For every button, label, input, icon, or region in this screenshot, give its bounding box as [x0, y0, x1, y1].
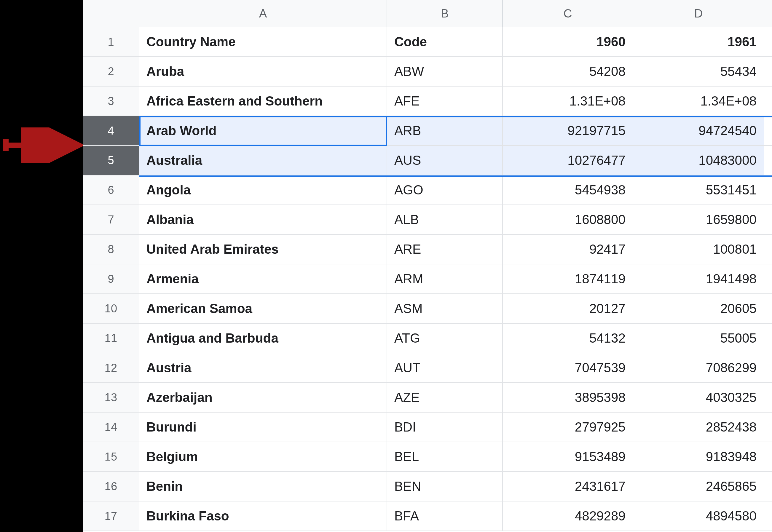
- cell-C[interactable]: 92197715: [503, 116, 633, 145]
- cell-D[interactable]: 4030325: [633, 383, 764, 412]
- table-row[interactable]: 5AustraliaAUS1027647710483000: [83, 146, 772, 175]
- cell-A[interactable]: Azerbaijan: [139, 383, 387, 412]
- row-header[interactable]: 16: [83, 472, 139, 501]
- row-header[interactable]: 3: [83, 87, 139, 116]
- table-row[interactable]: 6AngolaAGO54549385531451: [83, 175, 772, 205]
- cell-B[interactable]: BDI: [387, 413, 503, 442]
- row-header[interactable]: 15: [83, 442, 139, 471]
- cell-D[interactable]: 1961: [633, 27, 764, 56]
- cell-D[interactable]: 1.34E+08: [633, 87, 764, 116]
- table-row[interactable]: 7AlbaniaALB16088001659800: [83, 205, 772, 235]
- cell-A[interactable]: Arab World: [139, 116, 387, 145]
- row-header[interactable]: 8: [83, 235, 139, 264]
- cell-C[interactable]: 1960: [503, 27, 633, 56]
- cell-B[interactable]: ARE: [387, 235, 503, 264]
- table-row[interactable]: 16BeninBEN24316172465865: [83, 472, 772, 501]
- cell-A[interactable]: Antigua and Barbuda: [139, 324, 387, 353]
- cell-C[interactable]: 20127: [503, 294, 633, 323]
- cell-B[interactable]: AZE: [387, 383, 503, 412]
- table-row[interactable]: 8United Arab EmiratesARE92417100801: [83, 235, 772, 264]
- table-row[interactable]: 15BelgiumBEL91534899183948: [83, 442, 772, 472]
- cell-A[interactable]: Africa Eastern and Southern: [139, 87, 387, 116]
- row-header[interactable]: 13: [83, 383, 139, 412]
- table-row[interactable]: 17Burkina FasoBFA48292894894580: [83, 501, 772, 531]
- cell-A[interactable]: Austria: [139, 353, 387, 382]
- cell-A[interactable]: Australia: [139, 146, 387, 175]
- cell-A[interactable]: Burkina Faso: [139, 501, 387, 531]
- table-row[interactable]: 11Antigua and BarbudaATG5413255005: [83, 324, 772, 353]
- cell-C[interactable]: 2431617: [503, 472, 633, 501]
- cell-A[interactable]: American Samoa: [139, 294, 387, 323]
- cell-C[interactable]: 4829289: [503, 501, 633, 531]
- cell-D[interactable]: 55434: [633, 57, 764, 86]
- cell-C[interactable]: 3895398: [503, 383, 633, 412]
- cell-B[interactable]: ALB: [387, 205, 503, 234]
- cell-C[interactable]: 54132: [503, 324, 633, 353]
- row-header[interactable]: 9: [83, 264, 139, 293]
- row-header[interactable]: 5: [83, 146, 139, 175]
- cell-D[interactable]: 7086299: [633, 353, 764, 382]
- cell-C[interactable]: 5454938: [503, 175, 633, 205]
- cell-A[interactable]: Aruba: [139, 57, 387, 86]
- row-header[interactable]: 2: [83, 57, 139, 86]
- table-row[interactable]: 3Africa Eastern and SouthernAFE1.31E+081…: [83, 87, 772, 116]
- row-header[interactable]: 14: [83, 413, 139, 442]
- cell-C[interactable]: 9153489: [503, 442, 633, 471]
- row-header[interactable]: 10: [83, 294, 139, 323]
- cell-D[interactable]: 94724540: [633, 116, 764, 145]
- table-row[interactable]: 13AzerbaijanAZE38953984030325: [83, 383, 772, 413]
- cell-D[interactable]: 1659800: [633, 205, 764, 234]
- row-header[interactable]: 11: [83, 324, 139, 353]
- cell-D[interactable]: 100801: [633, 235, 764, 264]
- cell-C[interactable]: 54208: [503, 57, 633, 86]
- column-header-C[interactable]: C: [503, 0, 633, 27]
- cell-B[interactable]: ASM: [387, 294, 503, 323]
- cell-B[interactable]: AGO: [387, 175, 503, 205]
- cell-D[interactable]: 9183948: [633, 442, 764, 471]
- cell-B[interactable]: BEL: [387, 442, 503, 471]
- table-row[interactable]: 10American SamoaASM2012720605: [83, 294, 772, 324]
- cell-A[interactable]: Albania: [139, 205, 387, 234]
- cell-B[interactable]: Code: [387, 27, 503, 56]
- table-row[interactable]: 1Country NameCode19601961: [83, 27, 772, 57]
- cell-D[interactable]: 5531451: [633, 175, 764, 205]
- cell-B[interactable]: ARM: [387, 264, 503, 293]
- column-header-A[interactable]: A: [139, 0, 387, 27]
- cell-C[interactable]: 92417: [503, 235, 633, 264]
- cell-D[interactable]: 10483000: [633, 146, 764, 175]
- table-row[interactable]: 4Arab WorldARB9219771594724540: [83, 116, 772, 146]
- cell-A[interactable]: Benin: [139, 472, 387, 501]
- row-header[interactable]: 7: [83, 205, 139, 234]
- cell-C[interactable]: 7047539: [503, 353, 633, 382]
- cell-A[interactable]: Armenia: [139, 264, 387, 293]
- column-header-D[interactable]: D: [633, 0, 764, 27]
- row-header[interactable]: 12: [83, 353, 139, 382]
- row-header[interactable]: 1: [83, 27, 139, 56]
- cell-B[interactable]: BFA: [387, 501, 503, 531]
- cell-D[interactable]: 2852438: [633, 413, 764, 442]
- cell-B[interactable]: ABW: [387, 57, 503, 86]
- cell-A[interactable]: Angola: [139, 175, 387, 205]
- cell-A[interactable]: Burundi: [139, 413, 387, 442]
- cell-D[interactable]: 1941498: [633, 264, 764, 293]
- cell-B[interactable]: ARB: [387, 116, 503, 145]
- table-row[interactable]: 9ArmeniaARM18741191941498: [83, 264, 772, 294]
- row-header[interactable]: 6: [83, 175, 139, 205]
- cell-C[interactable]: 1.31E+08: [503, 87, 633, 116]
- table-row[interactable]: 12AustriaAUT70475397086299: [83, 353, 772, 383]
- row-header[interactable]: 4: [83, 116, 139, 145]
- cell-B[interactable]: AUT: [387, 353, 503, 382]
- cell-B[interactable]: AFE: [387, 87, 503, 116]
- spreadsheet[interactable]: A B C D 1Country NameCode196019612ArubaA…: [83, 0, 772, 532]
- cell-D[interactable]: 4894580: [633, 501, 764, 531]
- cell-C[interactable]: 1608800: [503, 205, 633, 234]
- column-header-B[interactable]: B: [387, 0, 503, 27]
- cell-B[interactable]: AUS: [387, 146, 503, 175]
- cell-D[interactable]: 55005: [633, 324, 764, 353]
- cell-A[interactable]: Country Name: [139, 27, 387, 56]
- cell-C[interactable]: 1874119: [503, 264, 633, 293]
- cell-C[interactable]: 10276477: [503, 146, 633, 175]
- table-row[interactable]: 14BurundiBDI27979252852438: [83, 413, 772, 442]
- row-header[interactable]: 17: [83, 501, 139, 531]
- cell-C[interactable]: 2797925: [503, 413, 633, 442]
